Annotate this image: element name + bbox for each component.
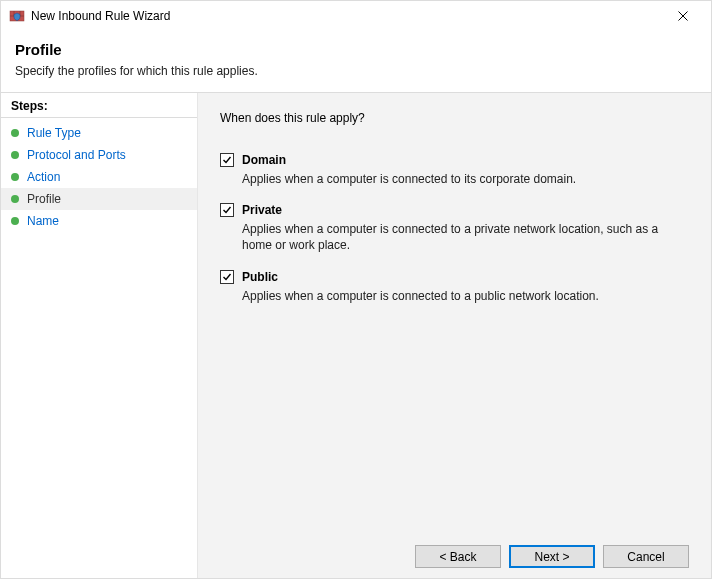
options-list: DomainApplies when a computer is connect… <box>220 153 689 320</box>
checkmark-icon <box>222 205 232 215</box>
back-button[interactable]: < Back <box>415 545 501 568</box>
step-label: Rule Type <box>27 126 81 140</box>
cancel-button[interactable]: Cancel <box>603 545 689 568</box>
option-label: Public <box>242 270 278 284</box>
checkbox[interactable] <box>220 203 234 217</box>
step-label: Profile <box>27 192 61 206</box>
next-button[interactable]: Next > <box>509 545 595 568</box>
close-icon <box>678 11 688 21</box>
checkmark-icon <box>222 155 232 165</box>
steps-heading: Steps: <box>1 93 197 118</box>
step-bullet-icon <box>11 151 19 159</box>
window-title: New Inbound Rule Wizard <box>31 9 663 23</box>
step-item[interactable]: Action <box>1 166 197 188</box>
steps-sidebar: Steps: Rule TypeProtocol and PortsAction… <box>1 93 198 578</box>
option-head: Domain <box>220 153 689 167</box>
step-item[interactable]: Name <box>1 210 197 232</box>
firewall-icon <box>9 8 25 24</box>
step-label: Name <box>27 214 59 228</box>
wizard-window: New Inbound Rule Wizard Profile Specify … <box>0 0 712 579</box>
checkbox[interactable] <box>220 270 234 284</box>
checkmark-icon <box>222 272 232 282</box>
option-description: Applies when a computer is connected to … <box>242 221 682 253</box>
step-label: Action <box>27 170 60 184</box>
step-label: Protocol and Ports <box>27 148 126 162</box>
option-label: Private <box>242 203 282 217</box>
wizard-body: Steps: Rule TypeProtocol and PortsAction… <box>1 92 711 578</box>
step-item[interactable]: Rule Type <box>1 122 197 144</box>
option-head: Public <box>220 270 689 284</box>
page-title: Profile <box>15 41 697 58</box>
step-bullet-icon <box>11 195 19 203</box>
wizard-header: Profile Specify the profiles for which t… <box>1 31 711 92</box>
step-item[interactable]: Protocol and Ports <box>1 144 197 166</box>
step-bullet-icon <box>11 129 19 137</box>
step-bullet-icon <box>11 173 19 181</box>
step-bullet-icon <box>11 217 19 225</box>
page-subtitle: Specify the profiles for which this rule… <box>15 64 697 78</box>
profile-option: DomainApplies when a computer is connect… <box>220 153 689 187</box>
steps-list: Rule TypeProtocol and PortsActionProfile… <box>1 118 197 236</box>
titlebar: New Inbound Rule Wizard <box>1 1 711 31</box>
close-button[interactable] <box>663 2 703 30</box>
checkbox[interactable] <box>220 153 234 167</box>
question-text: When does this rule apply? <box>220 111 689 125</box>
content-panel: When does this rule apply? DomainApplies… <box>198 93 711 578</box>
option-description: Applies when a computer is connected to … <box>242 171 682 187</box>
profile-option: PrivateApplies when a computer is connec… <box>220 203 689 253</box>
wizard-footer: < Back Next > Cancel <box>220 535 689 568</box>
profile-option: PublicApplies when a computer is connect… <box>220 270 689 304</box>
step-item[interactable]: Profile <box>1 188 197 210</box>
option-description: Applies when a computer is connected to … <box>242 288 682 304</box>
option-head: Private <box>220 203 689 217</box>
option-label: Domain <box>242 153 286 167</box>
